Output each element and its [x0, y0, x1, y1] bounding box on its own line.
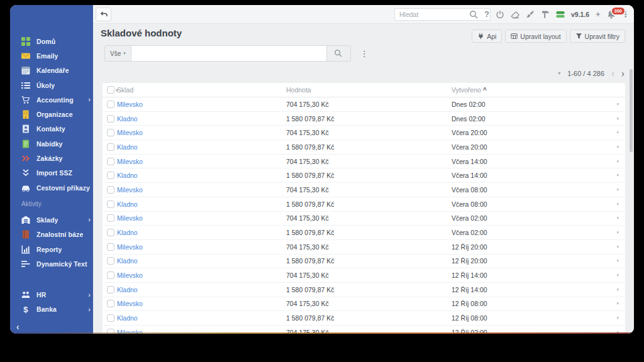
sklad-link[interactable]: Milevsko — [117, 300, 143, 307]
sidebar-collapse-button[interactable]: ‹ — [16, 322, 19, 332]
row-checkbox[interactable] — [107, 129, 114, 136]
sklad-link[interactable]: Milevsko — [117, 158, 143, 165]
row-checkbox[interactable] — [107, 158, 114, 165]
row-actions-caret-icon[interactable]: ▾ — [609, 187, 625, 192]
row-checkbox[interactable] — [107, 286, 114, 293]
row-actions-caret-icon[interactable]: ▾ — [609, 216, 625, 221]
scope-dropdown[interactable]: Vše ▾ — [104, 45, 131, 62]
sklad-link[interactable]: Milevsko — [117, 329, 143, 334]
row-checkbox[interactable] — [107, 272, 114, 279]
sklad-link[interactable]: Kladno — [117, 314, 138, 322]
row-actions-caret-icon[interactable]: ▾ — [609, 173, 625, 178]
pagination: ▾ 1-60 / 4 286 ‹ › — [558, 69, 625, 78]
row-actions-caret-icon[interactable]: ▾ — [609, 159, 625, 164]
sidebar-item-accounting[interactable]: Accounting› — [10, 92, 93, 107]
sidebar-item-kontakty[interactable]: Kontakty — [10, 122, 93, 136]
row-checkbox[interactable] — [107, 200, 114, 208]
power-icon[interactable] — [496, 10, 504, 19]
upravit-filtry-button[interactable]: Upravit filtry — [570, 30, 625, 43]
row-actions-caret-icon[interactable]: ▾ — [609, 258, 625, 263]
prev-page-icon[interactable]: ‹ — [611, 69, 614, 78]
row-actions-caret-icon[interactable]: ▾ — [609, 202, 625, 207]
row-actions-caret-icon[interactable]: ▾ — [609, 145, 625, 150]
sidebar-item-dynamicky-text[interactable]: Dynamický Text — [10, 256, 93, 271]
cell-vytvoreno: Včera 14:00 — [452, 158, 609, 165]
sidebar-item-znalostni-baze[interactable]: Znalostní báze — [10, 228, 93, 242]
next-page-icon[interactable]: › — [621, 69, 625, 78]
row-actions-caret-icon[interactable]: ▾ — [609, 116, 625, 121]
row-checkbox[interactable] — [107, 172, 114, 179]
row-checkbox[interactable] — [107, 243, 114, 251]
sidebar-item-reporty[interactable]: Reporty — [10, 242, 93, 256]
sidebar-item-nabidky[interactable]: Nabídky — [10, 136, 93, 151]
sklad-link[interactable]: Milevsko — [117, 243, 143, 251]
sidebar-item-kalendare[interactable]: Kalendáře — [10, 63, 93, 78]
row-checkbox[interactable] — [107, 186, 114, 194]
row-checkbox[interactable] — [107, 329, 114, 334]
sklad-link[interactable]: Milevsko — [117, 272, 143, 279]
search-icon[interactable] — [469, 10, 478, 19]
sklad-link[interactable]: Milevsko — [117, 186, 143, 194]
row-actions-caret-icon[interactable]: ▾ — [609, 102, 625, 107]
select-all-caret-icon[interactable]: ▾ — [116, 88, 118, 93]
row-checkbox[interactable] — [107, 257, 114, 265]
sklad-link[interactable]: Kladno — [117, 143, 138, 151]
brush-icon[interactable] — [526, 10, 535, 19]
sklad-link[interactable]: Milevsko — [117, 129, 143, 136]
column-header-sklad[interactable]: Sklad — [117, 86, 286, 94]
table-row: Kladno1 580 079,87 KčVčera 08:00▾ — [103, 197, 625, 212]
notifications-button[interactable]: 300 — [607, 10, 616, 19]
sklad-link[interactable]: Kladno — [117, 172, 138, 179]
sidebar-item-organizace[interactable]: Organizace — [10, 107, 93, 121]
sklad-link[interactable]: Milevsko — [117, 214, 143, 222]
sidebar-item-banka[interactable]: $Banka› — [10, 302, 93, 317]
sklad-link[interactable]: Kladno — [117, 115, 138, 123]
cell-hodnota: 704 175,30 Kč — [286, 129, 452, 136]
sidebar-item-ukoly[interactable]: Úkoly — [10, 78, 93, 92]
api-button[interactable]: Api — [472, 30, 502, 43]
upravit-layout-button[interactable]: Upravit layout — [505, 30, 566, 43]
row-checkbox-cell — [103, 257, 117, 265]
plus-icon[interactable]: + — [596, 11, 600, 19]
page-size-dropdown-icon[interactable]: ▾ — [558, 70, 560, 76]
filter-search-input[interactable] — [131, 45, 327, 62]
filter-search-button[interactable] — [327, 45, 351, 62]
sidebar-item-hr[interactable]: HR› — [10, 287, 93, 302]
sidebar-item-domu[interactable]: Domů — [10, 34, 93, 48]
row-actions-caret-icon[interactable]: ▾ — [609, 230, 625, 235]
sklad-link[interactable]: Kladno — [117, 286, 138, 293]
row-checkbox[interactable] — [107, 300, 114, 307]
row-actions-caret-icon[interactable]: ▾ — [609, 301, 625, 306]
select-all-checkbox[interactable] — [107, 86, 114, 94]
sidebar-item-cestovni-prikazy[interactable]: Cestovní příkazy — [10, 180, 93, 195]
sidebar-item-sklady[interactable]: Sklady› — [10, 212, 93, 227]
row-actions-caret-icon[interactable]: ▾ — [609, 315, 625, 321]
sklad-link[interactable]: Kladno — [117, 229, 138, 236]
row-checkbox[interactable] — [107, 115, 114, 123]
eraser-icon[interactable] — [511, 10, 519, 19]
row-checkbox[interactable] — [107, 229, 114, 236]
row-actions-caret-icon[interactable]: ▾ — [609, 244, 625, 250]
sidebar-item-emaily[interactable]: Emaily — [10, 48, 93, 63]
tools-icon[interactable] — [541, 10, 550, 19]
back-button[interactable] — [96, 8, 111, 21]
row-actions-caret-icon[interactable]: ▾ — [609, 273, 625, 278]
row-actions-caret-icon[interactable]: ▾ — [609, 287, 625, 292]
sklad-link[interactable]: Kladno — [117, 257, 138, 265]
sklad-link[interactable]: Milevsko — [117, 101, 143, 108]
row-checkbox[interactable] — [107, 314, 114, 322]
row-checkbox[interactable] — [107, 143, 114, 151]
cell-sklad: Kladno — [117, 143, 286, 151]
row-checkbox[interactable] — [107, 101, 114, 108]
vertical-scrollbar[interactable] — [630, 69, 633, 152]
help-icon[interactable]: ? — [484, 11, 489, 19]
column-header-hodnota[interactable]: Hodnota — [286, 86, 452, 94]
filter-menu-icon[interactable]: ⋮ — [360, 50, 369, 58]
row-actions-caret-icon[interactable]: ▾ — [609, 130, 625, 135]
column-header-vytvoreno[interactable]: Vytvořeno^ — [452, 86, 609, 94]
row-checkbox[interactable] — [107, 214, 114, 222]
row-actions-caret-icon[interactable]: ▾ — [609, 330, 625, 334]
sidebar-item-import-ssz[interactable]: Import SSZ — [10, 166, 93, 180]
sklad-link[interactable]: Kladno — [117, 200, 138, 208]
sidebar-item-zakazky[interactable]: Zakázky — [10, 151, 93, 165]
